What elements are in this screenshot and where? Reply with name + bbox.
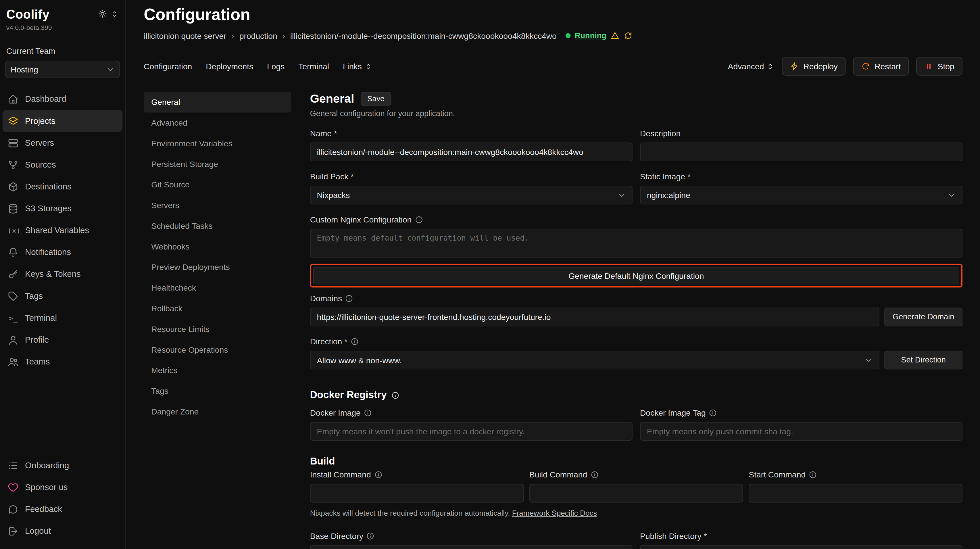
description-input[interactable]: [640, 143, 963, 161]
tab-terminal[interactable]: Terminal: [298, 62, 329, 71]
sidebar-item-keys-tokens[interactable]: Keys & Tokens: [3, 263, 123, 285]
static-image-select[interactable]: nginx:alpine: [640, 186, 963, 204]
install-command-label: Install Command: [310, 470, 371, 479]
generate-domain-button[interactable]: Generate Domain: [884, 307, 963, 326]
docker-image-tag-label: Docker Image Tag: [640, 408, 706, 418]
config-nav-resource-limits[interactable]: Resource Limits: [144, 319, 291, 339]
set-direction-button[interactable]: Set Direction: [884, 351, 963, 369]
domains-input[interactable]: [310, 307, 880, 326]
sidebar-item-sponsor[interactable]: Sponsor us: [3, 476, 123, 498]
install-command-input[interactable]: [310, 484, 524, 503]
app-logo: Coolify: [6, 8, 49, 22]
config-nav-tags[interactable]: Tags: [144, 380, 291, 401]
config-nav-servers[interactable]: Servers: [144, 195, 291, 216]
warning-icon[interactable]: [611, 31, 619, 40]
config-nav-healthcheck[interactable]: Healthcheck: [144, 278, 291, 298]
sidebar-item-onboarding[interactable]: Onboarding: [3, 454, 123, 476]
advanced-dropdown[interactable]: Advanced: [728, 62, 775, 71]
docker-image-input[interactable]: [310, 422, 633, 441]
start-command-label: Start Command: [749, 470, 805, 479]
publish-directory-input[interactable]: [640, 545, 963, 549]
build-pack-label: Build Pack *: [310, 172, 633, 181]
config-nav-general[interactable]: General: [144, 92, 291, 113]
config-nav-metrics[interactable]: Metrics: [144, 360, 291, 381]
sidebar-item-notifications[interactable]: Notifications: [3, 241, 123, 263]
tab-deployments[interactable]: Deployments: [206, 62, 253, 71]
redeploy-button[interactable]: Redeploy: [782, 57, 846, 76]
nginx-config-textarea[interactable]: [310, 229, 963, 258]
home-icon: [8, 94, 19, 105]
sidebar-item-dashboard[interactable]: Dashboard: [3, 88, 123, 110]
selector-icon: [364, 62, 372, 70]
refresh-icon[interactable]: [624, 31, 633, 40]
sidebar-item-label: Sponsor us: [25, 482, 68, 492]
info-icon: [351, 337, 359, 345]
framework-docs-link[interactable]: Framework Specific Docs: [512, 509, 597, 517]
zap-icon: [790, 62, 799, 70]
start-command-input[interactable]: [749, 484, 963, 503]
info-icon: [364, 409, 372, 417]
chevron-down-icon: [617, 191, 626, 199]
restart-button[interactable]: Restart: [853, 57, 909, 76]
sidebar-item-s3-storages[interactable]: S3 Storages: [3, 197, 123, 219]
generate-nginx-highlight: Generate Default Nginx Configuration: [310, 264, 963, 288]
tab-links[interactable]: Links: [343, 62, 372, 71]
breadcrumb-application[interactable]: illicitestonion/-module--decomposition:m…: [290, 31, 557, 41]
sidebar-item-label: Keys & Tokens: [25, 269, 81, 279]
generate-nginx-button[interactable]: Generate Default Nginx Configuration: [313, 267, 959, 285]
breadcrumb-environment[interactable]: production: [239, 31, 277, 41]
build-pack-select[interactable]: Nixpacks: [310, 186, 633, 204]
sidebar-item-feedback[interactable]: Feedback: [3, 498, 123, 520]
docker-image-tag-input[interactable]: [640, 422, 963, 441]
sidebar-item-teams[interactable]: Teams: [3, 351, 123, 372]
sidebar-item-terminal[interactable]: >_ Terminal: [3, 307, 123, 329]
config-nav-advanced[interactable]: Advanced: [144, 112, 291, 133]
config-nav-webhooks[interactable]: Webhooks: [144, 236, 291, 257]
status-badge[interactable]: Running: [575, 31, 606, 40]
config-nav-persistent-storage[interactable]: Persistent Storage: [144, 154, 291, 175]
name-input[interactable]: [310, 143, 633, 161]
sidebar-item-label: Sources: [25, 160, 56, 170]
sidebar-item-destinations[interactable]: Destinations: [3, 176, 123, 197]
status-group: Running: [565, 31, 633, 40]
key-icon: [8, 269, 19, 280]
theme-sun-icon[interactable]: [98, 10, 107, 18]
config-nav-scheduled-tasks[interactable]: Scheduled Tasks: [144, 216, 291, 236]
sidebar-item-sources[interactable]: Sources: [3, 154, 123, 176]
breadcrumb-separator: ›: [282, 31, 285, 41]
theme-selector-icon[interactable]: [111, 10, 119, 18]
direction-select[interactable]: Allow www & non-www.: [310, 351, 880, 369]
main-content: Configuration illicitonion quote server …: [126, 0, 980, 549]
checklist-icon: [8, 460, 19, 471]
config-nav-rollback[interactable]: Rollback: [144, 298, 291, 319]
chevron-down-icon: [864, 356, 872, 364]
sidebar-item-servers[interactable]: Servers: [3, 132, 123, 154]
sidebar-item-logout[interactable]: Logout: [3, 520, 123, 542]
config-nav-preview-deployments[interactable]: Preview Deployments: [144, 257, 291, 278]
team-select[interactable]: Hosting: [5, 60, 120, 78]
config-nav-environment-variables[interactable]: Environment Variables: [144, 133, 291, 154]
save-button[interactable]: Save: [360, 92, 391, 106]
restart-icon: [861, 62, 870, 70]
description-label: Description: [640, 129, 963, 138]
tab-configuration[interactable]: Configuration: [144, 62, 192, 71]
sidebar-item-tags[interactable]: Tags: [3, 285, 123, 307]
static-image-label: Static Image *: [640, 172, 963, 181]
base-directory-input[interactable]: [310, 545, 633, 549]
sidebar-item-label: Tags: [25, 291, 43, 301]
build-pack-value: Nixpacks: [317, 190, 350, 200]
config-nav-git-source[interactable]: Git Source: [144, 175, 291, 195]
tab-logs[interactable]: Logs: [267, 62, 285, 71]
sidebar-item-projects[interactable]: Projects: [3, 110, 123, 132]
config-nav-danger-zone[interactable]: Danger Zone: [144, 401, 291, 422]
config-nav-resource-operations[interactable]: Resource Operations: [144, 339, 291, 360]
restart-label: Restart: [875, 62, 901, 71]
sidebar-item-label: Servers: [25, 138, 54, 148]
stop-button[interactable]: Stop: [916, 57, 963, 76]
sidebar-item-label: Destinations: [25, 182, 72, 191]
build-command-input[interactable]: [529, 484, 743, 503]
breadcrumb-project[interactable]: illicitonion quote server: [144, 31, 226, 41]
sidebar-item-profile[interactable]: Profile: [3, 329, 123, 351]
sidebar-item-label: Feedback: [25, 504, 62, 514]
sidebar-item-shared-variables[interactable]: (x) Shared Variables: [3, 219, 123, 241]
